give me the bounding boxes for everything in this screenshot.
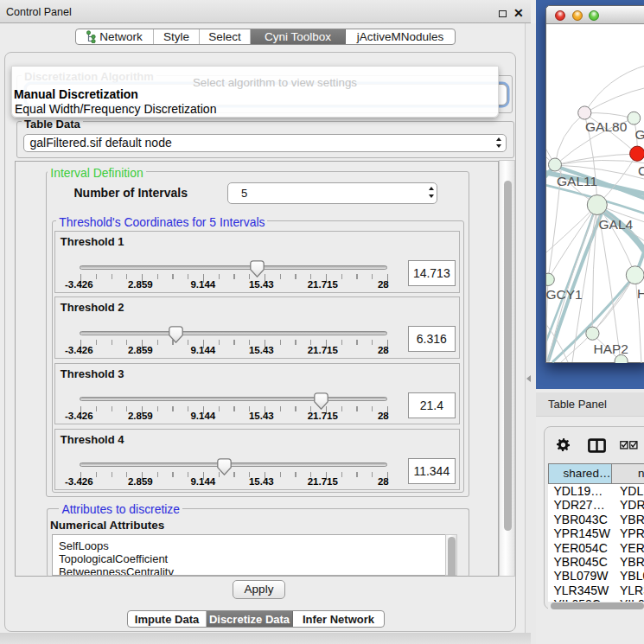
svg-text:GAL11: GAL11 — [557, 174, 597, 188]
svg-text:GA: GA — [635, 127, 644, 142]
svg-text:H: H — [637, 286, 644, 301]
svg-text:GAL80: GAL80 — [585, 119, 628, 134]
svg-text:GAL4: GAL4 — [599, 217, 634, 232]
svg-text:GCY1: GCY1 — [546, 287, 583, 302]
svg-text:C: C — [638, 163, 644, 178]
svg-text:HAP2: HAP2 — [594, 341, 629, 356]
